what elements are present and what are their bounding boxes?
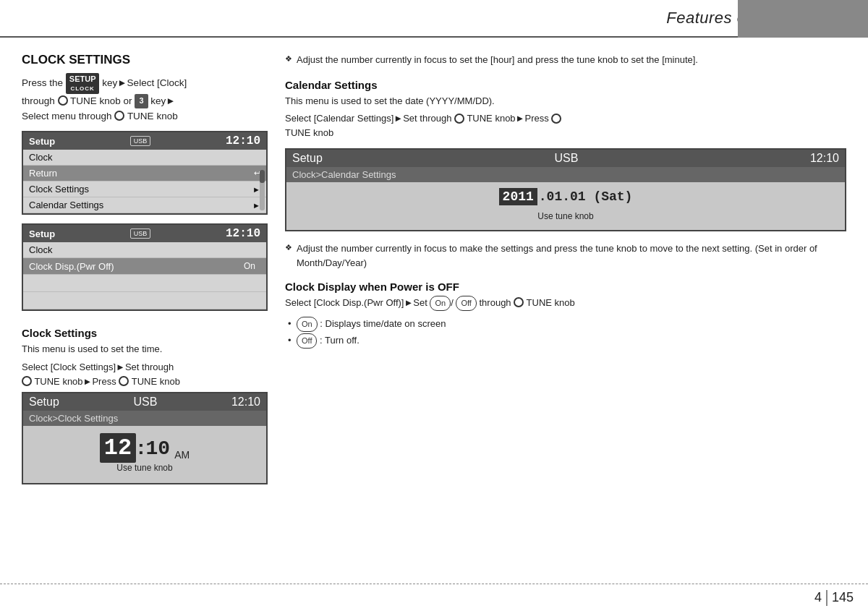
cal-usb: USB (554, 152, 578, 165)
screen2-empty2 (23, 292, 266, 309)
tune-knob-icon6 (551, 114, 561, 124)
intro-select-menu: Select menu through (22, 111, 112, 121)
tune-knob-icon2 (114, 111, 124, 121)
screen1: Setup USB 12:10 Clock Return ↩ Clock Set… (22, 131, 268, 215)
clock-display: 12 : 10 AM (23, 433, 266, 463)
tune-knob-icon (58, 95, 68, 106)
pagination: 4 145 (814, 590, 854, 606)
screen1-row-clock: Clock (23, 150, 266, 166)
tune-knob-icon7 (514, 297, 524, 307)
clock-settings-desc: This menu is used to set the time. (22, 342, 268, 356)
note1-text: Adjust the number currently in focus to … (297, 54, 698, 65)
screen1-row-clock-settings: Clock Settings ► (23, 181, 266, 197)
off-badge: Off (456, 296, 476, 311)
cal-breadcrumb-text: Clock>Calendar Settings (292, 169, 396, 180)
intro-text: Press the SETUPCLOCK key►Select [Clock] … (22, 73, 268, 124)
row-label-clock-settings: Clock Settings (29, 184, 250, 195)
clock-settings-heading: Clock Settings (22, 327, 268, 339)
cal-instr3: TUNE knob (285, 127, 333, 138)
num3-badge: 3 (135, 94, 148, 108)
screen2-time: 12:10 (226, 227, 260, 240)
row-label-cal-settings: Calendar Settings (29, 200, 250, 210)
s2-label-clock: Clock (29, 244, 260, 255)
screen1-usb: USB (130, 136, 151, 146)
tune-knob-icon5 (454, 114, 464, 124)
screen2: Setup USB 12:10 Clock Clock Disp.(Pwr Of… (22, 223, 268, 311)
intro-press: Press the (22, 77, 63, 88)
clock-ampm: AM (174, 449, 190, 461)
cdo-instr: Select [Clock Disp.(Pwr Off)]►Set On/ Of… (285, 296, 846, 311)
s2-on-value: On (239, 260, 260, 272)
screen3-breadcrumb: Clock>Clock Settings (23, 411, 266, 426)
off-badge2: Off (297, 333, 317, 349)
tune-knob-icon3 (22, 376, 32, 386)
on-desc-text: : Displays time/date on screen (320, 318, 446, 329)
clock-min: 10 (146, 437, 171, 460)
cal-time: 12:10 (810, 152, 839, 165)
cs-instr3: TUNE knob (132, 376, 180, 387)
screen3-time: 12:10 (231, 396, 260, 409)
page-num: 145 (832, 590, 854, 605)
cal-breadcrumb: Clock>Calendar Settings (286, 167, 845, 182)
cal-date-display: 2011 .01.01 (Sat) (286, 188, 845, 205)
screen2-usb: USB (130, 228, 151, 239)
left-column: CLOCK SETTINGS Press the SETUPCLOCK key►… (22, 53, 268, 576)
screen1-row-return: Return ↩ (23, 166, 266, 181)
screen3: Setup USB 12:10 Clock>Clock Settings 12 … (22, 392, 268, 484)
cal-instr1: Select [Calendar Settings]►Set through (285, 113, 451, 124)
page-footer: 4 145 (0, 584, 868, 611)
cdo-on-desc: On : Displays time/date on screen (285, 317, 846, 332)
clock-colon: : (137, 436, 144, 459)
calendar-instr: Select [Calendar Settings]►Set through T… (285, 111, 846, 140)
header-accent-bar (738, 0, 868, 38)
s2-label-disp: Clock Disp.(Pwr Off) (29, 261, 239, 272)
clock-hour: 12 (100, 433, 136, 463)
calendar-desc: This menu is used to set the date (YYYY/… (285, 94, 846, 108)
main-content: CLOCK SETTINGS Press the SETUPCLOCK key►… (0, 40, 868, 584)
cs-instr1: Select [Clock Settings]►Set through (22, 362, 174, 372)
note2: Adjust the number currently in focus to … (285, 242, 846, 270)
scrollbar-thumb (260, 170, 265, 183)
clock-settings-instr: Select [Clock Settings]►Set through TUNE… (22, 360, 268, 389)
scrollbar-track (260, 170, 265, 210)
screen1-row-calendar-settings: Calendar Settings ► (23, 197, 266, 213)
on-badge2: On (297, 317, 318, 332)
page-divider (826, 590, 827, 606)
intro-tune-knob: TUNE knob (127, 111, 178, 121)
screen1-time: 12:10 (226, 134, 260, 148)
screen3-title: Setup (29, 396, 59, 409)
cdo-off-desc: Off : Turn off. (285, 333, 846, 349)
cs-instr2: TUNE knob►Press (34, 376, 116, 387)
cdo-instr2: through (480, 297, 511, 308)
cal-screen: Setup USB 12:10 Clock>Calendar Settings … (285, 148, 846, 231)
intro-through: through (22, 95, 55, 106)
screen1-title: Setup (29, 136, 55, 147)
screen2-title: Setup (29, 228, 55, 239)
cal-year: 2011 (499, 188, 537, 205)
screen1-header: Setup USB 12:10 (23, 132, 266, 150)
use-tune-knob-label: Use tune knob (23, 463, 266, 477)
intro-key-select: key►Select [Clock] (102, 77, 187, 88)
intro-tune-or: TUNE knob or (70, 95, 132, 106)
on-badge: On (430, 296, 451, 311)
note2-text: Adjust the number currently in focus to … (297, 243, 817, 268)
screen3-body: 12 : 10 AM Use tune knob (23, 426, 266, 483)
cal-body: 2011 .01.01 (Sat) Use tune knob (286, 182, 845, 230)
section-title: CLOCK SETTINGS (22, 53, 268, 67)
breadcrumb-text: Clock>Clock Settings (29, 413, 118, 424)
cdo-instr3: TUNE knob (527, 297, 575, 308)
page-header: Features of your vehicle (0, 0, 868, 38)
calendar-settings-heading: Calendar Settings (285, 79, 846, 91)
cal-date-rest: .01.01 (Sat) (539, 189, 633, 204)
cal-screen-header: Setup USB 12:10 (286, 150, 845, 167)
cal-instr2: TUNE knob►Press (467, 113, 548, 124)
cdo-instr1: Select [Clock Disp.(Pwr Off)]►Set (285, 297, 427, 308)
screen2-row-clock: Clock (23, 242, 266, 258)
cdo-heading: Clock Display when Power is OFF (285, 281, 846, 293)
screen2-header: Setup USB 12:10 (23, 225, 266, 242)
chapter-num: 4 (814, 590, 822, 605)
row-label-return: Return (29, 168, 251, 179)
screen3-header: Setup USB 12:10 (23, 393, 266, 411)
screen2-row-disp: Clock Disp.(Pwr Off) On (23, 258, 266, 275)
intro-key2: key► (150, 95, 175, 106)
